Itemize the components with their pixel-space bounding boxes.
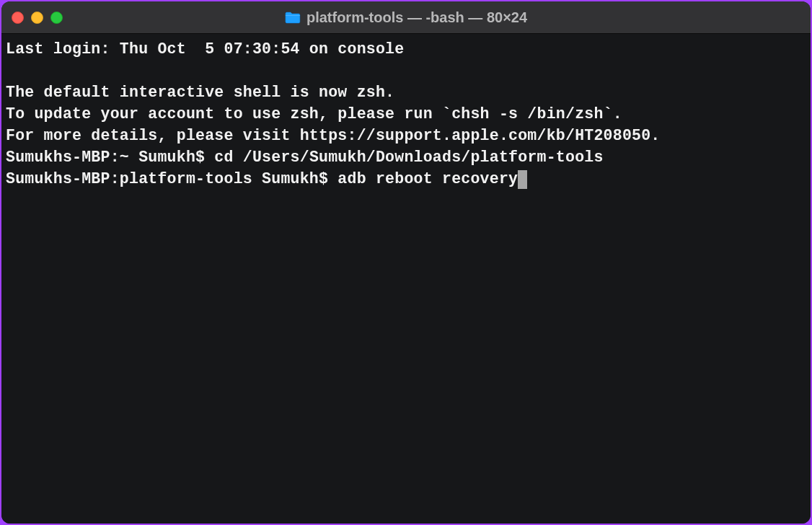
terminal-line: To update your account to use zsh, pleas… (6, 105, 622, 123)
shell-command: cd /Users/Sumukh/Downloads/platform-tool… (214, 149, 603, 166)
titlebar[interactable]: platform-tools — -bash — 80×24 (1, 1, 811, 33)
zoom-button[interactable] (50, 12, 63, 24)
terminal-line: The default interactive shell is now zsh… (6, 84, 394, 101)
terminal-window: platform-tools — -bash — 80×24 Last logi… (1, 1, 811, 524)
terminal-line: Sumukhs-MBP:platform-tools Sumukh$ adb r… (6, 170, 527, 188)
minimize-button[interactable] (31, 12, 43, 24)
terminal-line: For more details, please visit https://s… (6, 127, 661, 144)
text-cursor (518, 170, 527, 189)
window-title-wrap: platform-tools — -bash — 80×24 (285, 9, 527, 26)
terminal-line: Sumukhs-MBP:~ Sumukh$ cd /Users/Sumukh/D… (6, 149, 604, 166)
folder-icon (285, 11, 301, 24)
shell-prompt: Sumukhs-MBP:~ Sumukh$ (6, 149, 214, 166)
close-button[interactable] (12, 12, 24, 24)
terminal-content[interactable]: Last login: Thu Oct 5 07:30:54 on consol… (1, 34, 811, 524)
shell-command: adb reboot recovery (337, 170, 518, 188)
window-title: platform-tools — -bash — 80×24 (306, 9, 527, 26)
shell-prompt: Sumukhs-MBP:platform-tools Sumukh$ (6, 170, 337, 188)
terminal-line: Last login: Thu Oct 5 07:30:54 on consol… (6, 40, 404, 58)
traffic-lights (12, 12, 63, 24)
